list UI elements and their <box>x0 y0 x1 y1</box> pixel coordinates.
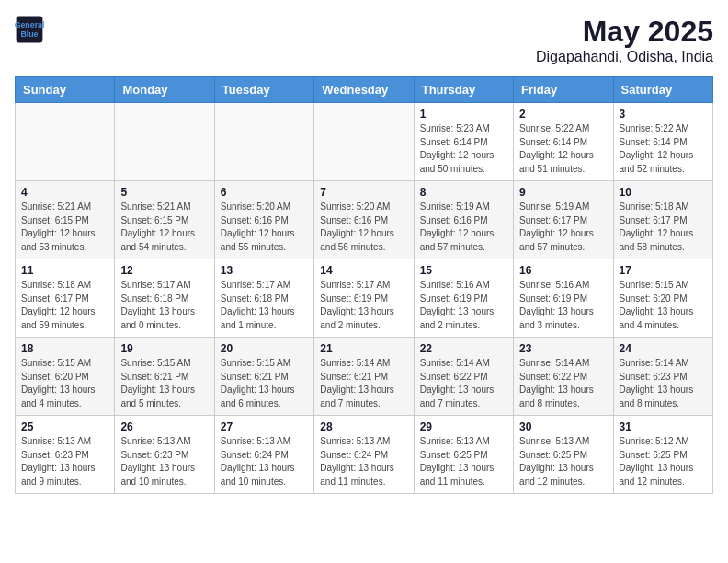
day-number: 24 <box>620 342 707 355</box>
weekday-header: Monday <box>115 77 214 103</box>
calendar-cell: 30Sunrise: 5:13 AM Sunset: 6:25 PM Dayli… <box>514 416 613 494</box>
day-number: 25 <box>21 420 108 433</box>
day-info: Sunrise: 5:18 AM Sunset: 6:17 PM Dayligh… <box>620 201 707 254</box>
day-number: 14 <box>320 264 407 277</box>
calendar-cell <box>214 103 313 181</box>
day-info: Sunrise: 5:13 AM Sunset: 6:25 PM Dayligh… <box>519 435 607 488</box>
day-number: 17 <box>620 264 707 277</box>
day-number: 26 <box>120 420 208 433</box>
calendar-cell: 25Sunrise: 5:13 AM Sunset: 6:23 PM Dayli… <box>16 416 115 494</box>
calendar-cell: 16Sunrise: 5:16 AM Sunset: 6:19 PM Dayli… <box>514 259 613 338</box>
day-info: Sunrise: 5:12 AM Sunset: 6:25 PM Dayligh… <box>620 435 707 488</box>
day-number: 29 <box>420 420 507 433</box>
day-number: 11 <box>21 264 108 277</box>
calendar-cell: 22Sunrise: 5:14 AM Sunset: 6:22 PM Dayli… <box>414 338 513 416</box>
day-info: Sunrise: 5:21 AM Sunset: 6:15 PM Dayligh… <box>120 201 208 254</box>
day-info: Sunrise: 5:19 AM Sunset: 6:16 PM Dayligh… <box>420 201 507 254</box>
day-number: 4 <box>21 186 108 199</box>
calendar-cell: 3Sunrise: 5:22 AM Sunset: 6:14 PM Daylig… <box>613 103 712 181</box>
day-number: 22 <box>420 342 507 355</box>
calendar-week-row: 4Sunrise: 5:21 AM Sunset: 6:15 PM Daylig… <box>16 181 713 259</box>
calendar-cell: 2Sunrise: 5:22 AM Sunset: 6:14 PM Daylig… <box>514 103 613 181</box>
calendar-cell: 29Sunrise: 5:13 AM Sunset: 6:25 PM Dayli… <box>414 416 513 494</box>
day-info: Sunrise: 5:14 AM Sunset: 6:23 PM Dayligh… <box>620 357 707 410</box>
calendar-week-row: 1Sunrise: 5:23 AM Sunset: 6:14 PM Daylig… <box>16 103 713 181</box>
day-number: 18 <box>21 342 108 355</box>
logo: General Blue <box>15 15 44 44</box>
day-number: 15 <box>420 264 507 277</box>
weekday-header: Sunday <box>16 77 115 103</box>
day-number: 1 <box>420 108 507 121</box>
logo-icon: General Blue <box>15 15 44 44</box>
calendar-cell: 28Sunrise: 5:13 AM Sunset: 6:24 PM Dayli… <box>314 416 414 494</box>
day-number: 5 <box>120 186 208 199</box>
day-number: 28 <box>320 420 407 433</box>
subtitle: Digapahandi, Odisha, India <box>536 49 713 65</box>
day-info: Sunrise: 5:15 AM Sunset: 6:21 PM Dayligh… <box>221 357 308 410</box>
day-info: Sunrise: 5:13 AM Sunset: 6:23 PM Dayligh… <box>120 435 208 488</box>
day-info: Sunrise: 5:15 AM Sunset: 6:21 PM Dayligh… <box>120 357 208 410</box>
page-header: General Blue May 2025 Digapahandi, Odish… <box>15 15 713 65</box>
weekday-header: Tuesday <box>214 77 313 103</box>
day-info: Sunrise: 5:14 AM Sunset: 6:22 PM Dayligh… <box>519 357 607 410</box>
day-number: 21 <box>320 342 407 355</box>
calendar-cell <box>314 103 414 181</box>
day-info: Sunrise: 5:20 AM Sunset: 6:16 PM Dayligh… <box>320 201 407 254</box>
day-number: 2 <box>519 108 607 121</box>
day-number: 30 <box>519 420 607 433</box>
day-info: Sunrise: 5:18 AM Sunset: 6:17 PM Dayligh… <box>21 279 108 332</box>
day-info: Sunrise: 5:22 AM Sunset: 6:14 PM Dayligh… <box>620 122 707 176</box>
calendar-cell <box>115 103 214 181</box>
day-number: 20 <box>221 342 308 355</box>
calendar-cell: 12Sunrise: 5:17 AM Sunset: 6:18 PM Dayli… <box>115 259 214 338</box>
day-info: Sunrise: 5:21 AM Sunset: 6:15 PM Dayligh… <box>21 201 108 254</box>
day-number: 12 <box>120 264 208 277</box>
day-info: Sunrise: 5:14 AM Sunset: 6:22 PM Dayligh… <box>420 357 507 410</box>
calendar-week-row: 18Sunrise: 5:15 AM Sunset: 6:20 PM Dayli… <box>16 338 713 416</box>
svg-text:Blue: Blue <box>20 29 38 39</box>
day-number: 10 <box>620 186 707 199</box>
day-info: Sunrise: 5:13 AM Sunset: 6:24 PM Dayligh… <box>221 435 308 488</box>
day-info: Sunrise: 5:13 AM Sunset: 6:24 PM Dayligh… <box>320 435 407 488</box>
day-info: Sunrise: 5:17 AM Sunset: 6:19 PM Dayligh… <box>320 279 407 332</box>
day-info: Sunrise: 5:17 AM Sunset: 6:18 PM Dayligh… <box>221 279 308 332</box>
calendar-cell: 8Sunrise: 5:19 AM Sunset: 6:16 PM Daylig… <box>414 181 513 259</box>
weekday-header: Saturday <box>613 77 712 103</box>
day-number: 13 <box>221 264 308 277</box>
day-info: Sunrise: 5:16 AM Sunset: 6:19 PM Dayligh… <box>519 279 607 332</box>
day-info: Sunrise: 5:19 AM Sunset: 6:17 PM Dayligh… <box>519 201 607 254</box>
calendar-cell: 9Sunrise: 5:19 AM Sunset: 6:17 PM Daylig… <box>514 181 613 259</box>
day-info: Sunrise: 5:17 AM Sunset: 6:18 PM Dayligh… <box>120 279 208 332</box>
day-number: 19 <box>120 342 208 355</box>
calendar-week-row: 25Sunrise: 5:13 AM Sunset: 6:23 PM Dayli… <box>16 416 713 494</box>
day-info: Sunrise: 5:15 AM Sunset: 6:20 PM Dayligh… <box>620 279 707 332</box>
calendar-cell: 14Sunrise: 5:17 AM Sunset: 6:19 PM Dayli… <box>314 259 414 338</box>
calendar-cell: 5Sunrise: 5:21 AM Sunset: 6:15 PM Daylig… <box>115 181 214 259</box>
calendar-cell: 21Sunrise: 5:14 AM Sunset: 6:21 PM Dayli… <box>314 338 414 416</box>
day-number: 23 <box>519 342 607 355</box>
title-block: May 2025 Digapahandi, Odisha, India <box>536 15 713 65</box>
calendar-cell: 15Sunrise: 5:16 AM Sunset: 6:19 PM Dayli… <box>414 259 513 338</box>
calendar-table: SundayMondayTuesdayWednesdayThursdayFrid… <box>15 76 713 494</box>
calendar-cell: 1Sunrise: 5:23 AM Sunset: 6:14 PM Daylig… <box>414 103 513 181</box>
calendar-cell: 20Sunrise: 5:15 AM Sunset: 6:21 PM Dayli… <box>214 338 313 416</box>
day-number: 3 <box>620 108 707 121</box>
day-info: Sunrise: 5:13 AM Sunset: 6:23 PM Dayligh… <box>21 435 108 488</box>
calendar-cell: 7Sunrise: 5:20 AM Sunset: 6:16 PM Daylig… <box>314 181 414 259</box>
day-info: Sunrise: 5:14 AM Sunset: 6:21 PM Dayligh… <box>320 357 407 410</box>
calendar-cell: 24Sunrise: 5:14 AM Sunset: 6:23 PM Dayli… <box>613 338 712 416</box>
calendar-cell: 18Sunrise: 5:15 AM Sunset: 6:20 PM Dayli… <box>16 338 115 416</box>
main-title: May 2025 <box>536 15 713 49</box>
calendar-cell: 11Sunrise: 5:18 AM Sunset: 6:17 PM Dayli… <box>16 259 115 338</box>
calendar-cell: 10Sunrise: 5:18 AM Sunset: 6:17 PM Dayli… <box>613 181 712 259</box>
day-number: 8 <box>420 186 507 199</box>
weekday-header: Thursday <box>414 77 513 103</box>
calendar-cell: 17Sunrise: 5:15 AM Sunset: 6:20 PM Dayli… <box>613 259 712 338</box>
calendar-cell: 27Sunrise: 5:13 AM Sunset: 6:24 PM Dayli… <box>214 416 313 494</box>
calendar-cell: 26Sunrise: 5:13 AM Sunset: 6:23 PM Dayli… <box>115 416 214 494</box>
day-number: 9 <box>519 186 607 199</box>
calendar-cell <box>16 103 115 181</box>
calendar-cell: 19Sunrise: 5:15 AM Sunset: 6:21 PM Dayli… <box>115 338 214 416</box>
day-info: Sunrise: 5:16 AM Sunset: 6:19 PM Dayligh… <box>420 279 507 332</box>
calendar-cell: 6Sunrise: 5:20 AM Sunset: 6:16 PM Daylig… <box>214 181 313 259</box>
